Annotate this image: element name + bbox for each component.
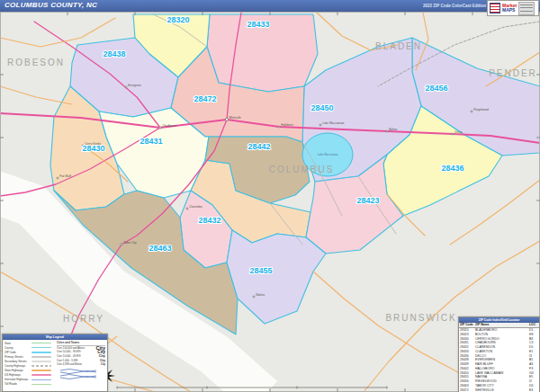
highway-shield-icon (57, 368, 102, 379)
town-label: Delco (454, 130, 462, 134)
town-marker (452, 133, 454, 135)
town-label: Tabor City (123, 241, 137, 245)
logo-wordmark: Market MAPS (502, 4, 517, 13)
legend-swatch-icon (32, 361, 51, 362)
county-label-pender: PENDER (489, 68, 537, 78)
town-marker (225, 118, 228, 120)
legend-city-row: Over 4,999 and BelowCity (57, 362, 105, 367)
town-marker (320, 124, 321, 126)
legend-swatch-icon (32, 370, 51, 371)
town-label: Fair Bluff (59, 174, 71, 178)
town-label: Nakina (256, 293, 265, 297)
zip-label-28456: 28456 (425, 84, 447, 93)
cell-zip-name: WHITEVILLE (475, 388, 529, 392)
zip-label-28450: 28450 (310, 103, 333, 112)
cell-zip-code: 28472 (460, 388, 475, 392)
town-marker (121, 244, 122, 245)
town-marker (186, 208, 188, 209)
cell-loc: E3 (529, 388, 538, 392)
zip-label-28431: 28431 (140, 137, 162, 146)
zip-label-28472: 28472 (194, 94, 216, 103)
legend-item-label: US Highways (4, 373, 32, 377)
county-label-brunswick: BRUNSWICK (385, 313, 456, 323)
legend-swatch-icon (32, 343, 51, 344)
zip-label-28438: 28438 (103, 49, 125, 58)
legend-swatch-icon (32, 356, 51, 358)
town-marker (57, 177, 58, 179)
zip-label-28463: 28463 (148, 244, 171, 253)
legend-city-label: Over 4,999 and Below (57, 362, 82, 366)
legend-item-label: Interstate Highways (4, 378, 32, 381)
legend-swatch-icon (32, 384, 51, 386)
legend-swatch-icon (32, 379, 51, 381)
legend-item-label: State (4, 342, 32, 345)
zip-label-28442: 28442 (248, 142, 270, 151)
legend-item-label: County (4, 346, 32, 350)
legend-item-label: Primary Streets (4, 355, 32, 359)
zip-label-28433: 28433 (247, 20, 269, 29)
legend-city-symbol: City (100, 359, 105, 362)
col-zip-code: ZIP Code (460, 323, 475, 327)
county-label-robeson: ROBESON (7, 58, 65, 67)
town-label: Clarendon (189, 205, 202, 209)
legend-swatch-icon (32, 347, 51, 349)
logo-flag-icon (490, 3, 500, 13)
zip-label-28430: 28430 (82, 144, 104, 153)
town-marker (125, 86, 127, 88)
zip-label-28432: 28432 (198, 216, 220, 225)
legend-item-label: State Highways (4, 369, 32, 372)
town-marker (471, 111, 472, 112)
town-marker (253, 296, 255, 298)
highway-shield-icons (57, 367, 105, 383)
lake-label: Lake Waccamaw (318, 153, 339, 156)
legend-city-label: Over 50,000 - 99,999 (57, 350, 80, 353)
town-label: Riegelwood (473, 108, 489, 111)
zip-label-28423: 28423 (356, 196, 379, 205)
legend-city-symbol: City (99, 354, 105, 358)
zip-label-28436: 28436 (441, 164, 464, 173)
legend-city-label: Over 100,000 and Above (57, 346, 85, 350)
zip-table-row: 28472WHITEVILLEE3 (459, 388, 539, 392)
town-label: Whiteville (229, 116, 241, 120)
county-label-bladen: BLADEN (375, 41, 422, 51)
map-header: COLUMBUS COUNTY, NC 2022 ZIP Code ColorC… (0, 0, 540, 12)
publisher-logo: Market MAPS (487, 0, 539, 16)
edition-label: 2022 ZIP Code ColorCast Edition (423, 4, 486, 8)
town-marker (386, 130, 388, 132)
legend-swatch-icon (32, 365, 51, 367)
county-label-columbus: COLUMBUS (269, 165, 335, 174)
county-label-horry: HORRY (63, 314, 104, 324)
legend-swatch-icon (32, 374, 51, 376)
town-label: Bolton (389, 128, 397, 131)
legend-swatch-icon (32, 352, 51, 353)
legend-city-label: Over 5,000 - 9,999 (57, 359, 77, 362)
town-marker (278, 126, 280, 128)
legend-item-label: Toll Roads (4, 382, 32, 386)
zip-index-table: ZIP Code Index/Grid Locator ZIP Code ZIP… (458, 316, 540, 392)
logo-address-block (518, 2, 535, 15)
legend-city-label: Over 10,000 - 49,999 (57, 354, 80, 358)
legend-item-label: Secondary Streets (4, 360, 32, 363)
zip-label-28455: 28455 (249, 266, 272, 275)
map-title: COLUMBUS COUNTY, NC (4, 1, 97, 9)
town-label: Chadbourn (162, 124, 176, 128)
col-loc: LOC (529, 323, 538, 327)
legend-city-symbol: City (101, 363, 105, 366)
town-label: Hallsboro (281, 123, 293, 127)
town-marker (159, 127, 161, 129)
zip-label-28320: 28320 (166, 15, 189, 24)
legend-city-items: Over 100,000 and AboveCityOver 50,000 - … (57, 346, 105, 367)
zip-table-rows: 28320BLADENBOROD128423BOLTONH328430CERRO… (459, 328, 539, 392)
legend-item: Toll Roads (4, 382, 57, 387)
col-zip-name: ZIP Name (475, 323, 529, 327)
town-label: Evergreen (128, 84, 141, 87)
legend-line-items: StateCountyZIP CodePrimary StreetsSecond… (4, 341, 57, 387)
legend-item-label: ZIP Code (4, 351, 32, 354)
legend-item-label: County Highways (4, 364, 32, 368)
town-label: Lake Waccamaw (322, 121, 345, 125)
map-legend: Map Legend StateCountyZIP CodePrimary St… (2, 334, 108, 392)
